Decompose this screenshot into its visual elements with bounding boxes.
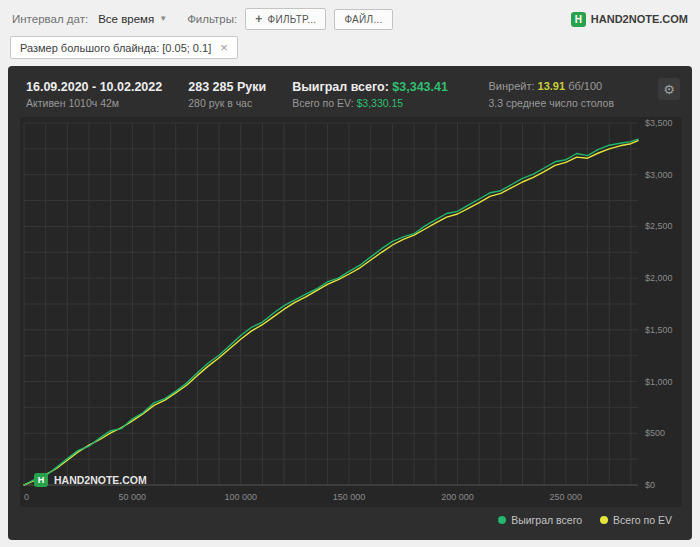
svg-text:$1,500: $1,500 bbox=[645, 325, 673, 335]
date-interval-label: Интервал дат: bbox=[12, 13, 88, 25]
active-filters-row: Размер большого блайнда: [0.05; 0.1] × bbox=[0, 30, 700, 59]
date-range: 16.09.2020 - 10.02.2022 bbox=[26, 78, 162, 96]
hand2note-icon: H bbox=[571, 12, 586, 27]
ev-total-value: $3,330.15 bbox=[356, 97, 403, 109]
filters-label: Фильтры: bbox=[187, 13, 237, 25]
date-interval-dropdown[interactable]: Все время ▼ bbox=[96, 11, 169, 27]
won-total-value: $3,343.41 bbox=[392, 80, 448, 94]
active-time: Активен 1010ч 42м bbox=[26, 96, 162, 111]
gear-icon[interactable]: ⚙ bbox=[658, 78, 680, 100]
winnings-graph: 050 000100 000150 000200 000250 000$0$50… bbox=[20, 117, 682, 507]
chart-area: 050 000100 000150 000200 000250 000$0$50… bbox=[20, 117, 682, 511]
svg-text:250 000: 250 000 bbox=[550, 492, 583, 502]
svg-text:100 000: 100 000 bbox=[224, 492, 257, 502]
plus-icon: + bbox=[255, 13, 262, 25]
svg-text:$1,000: $1,000 bbox=[645, 377, 673, 387]
add-filter-button[interactable]: + ФИЛЬТР... bbox=[245, 8, 326, 30]
avg-tables: 3.3 среднее число столов bbox=[488, 96, 614, 111]
svg-text:200 000: 200 000 bbox=[441, 492, 474, 502]
hands-per-hour: 280 рук в час bbox=[188, 96, 266, 111]
won-total: Выиграл всего: $3,343.41 bbox=[292, 78, 448, 96]
chevron-down-icon: ▼ bbox=[159, 15, 167, 23]
file-button[interactable]: ФАЙЛ... bbox=[334, 9, 392, 30]
svg-text:$3,000: $3,000 bbox=[645, 170, 673, 180]
svg-text:0: 0 bbox=[24, 492, 29, 502]
winrate-value: 13.91 bbox=[538, 80, 566, 92]
toolbar: Интервал дат: Все время ▼ Фильтры: + ФИЛ… bbox=[0, 0, 700, 30]
brand-text: HAND2NOTE.COM bbox=[591, 13, 688, 25]
filter-chip-text: Размер большого блайнда: [0.05; 0.1] bbox=[20, 42, 211, 54]
winrate: Винрейт: 13.91 бб/100 bbox=[488, 78, 614, 96]
ev-total: Всего по EV: $3,330.15 bbox=[292, 96, 448, 111]
filter-chip-big-blind[interactable]: Размер большого блайнда: [0.05; 0.1] × bbox=[10, 36, 238, 59]
chart-legend: Выиграл всего Всего по EV bbox=[20, 511, 682, 526]
stat-hands-block: 283 285 Руки 280 рук в час bbox=[188, 78, 266, 111]
brand-logo[interactable]: H HAND2NOTE.COM bbox=[571, 12, 688, 27]
legend-item-won[interactable]: Выиграл всего bbox=[498, 514, 582, 526]
svg-text:$0: $0 bbox=[645, 480, 655, 490]
date-interval-value: Все время bbox=[98, 13, 154, 25]
legend-dot-green bbox=[498, 516, 506, 524]
stat-winrate-block: Винрейт: 13.91 бб/100 3.3 среднее число … bbox=[488, 78, 614, 111]
close-icon[interactable]: × bbox=[220, 41, 228, 54]
svg-text:$3,500: $3,500 bbox=[645, 118, 673, 128]
stat-date-block: 16.09.2020 - 10.02.2022 Активен 1010ч 42… bbox=[26, 78, 162, 111]
svg-text:$2,500: $2,500 bbox=[645, 222, 673, 232]
report-panel: 16.09.2020 - 10.02.2022 Активен 1010ч 42… bbox=[8, 66, 692, 540]
hands-count: 283 285 Руки bbox=[188, 78, 266, 96]
svg-text:$500: $500 bbox=[645, 429, 665, 439]
svg-text:50 000: 50 000 bbox=[119, 492, 147, 502]
stats-header: 16.09.2020 - 10.02.2022 Активен 1010ч 42… bbox=[26, 78, 680, 111]
stat-winnings-block: Выиграл всего: $3,343.41 Всего по EV: $3… bbox=[292, 78, 448, 111]
svg-text:150 000: 150 000 bbox=[333, 492, 366, 502]
svg-text:$2,000: $2,000 bbox=[645, 273, 673, 283]
legend-item-ev[interactable]: Всего по EV bbox=[600, 514, 672, 526]
legend-dot-yellow bbox=[600, 516, 608, 524]
